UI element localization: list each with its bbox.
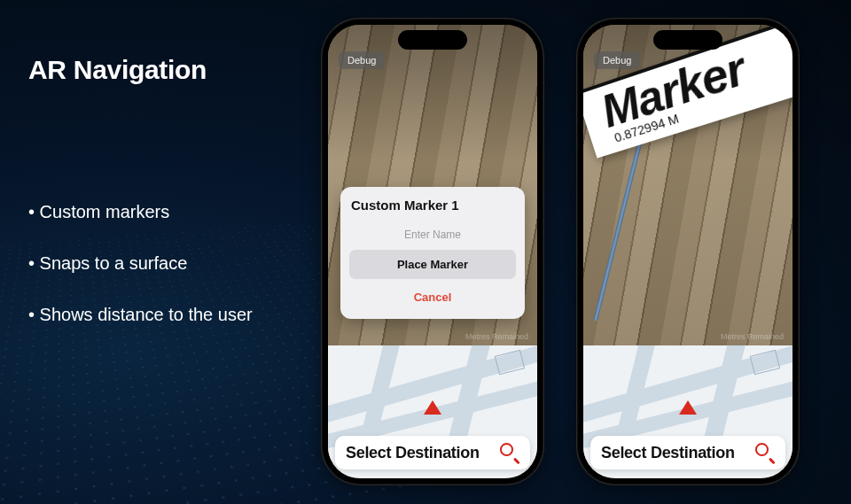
bullet-item: Custom markers [28,199,253,224]
search-icon [755,443,775,462]
select-destination-button[interactable]: Select Destination [335,436,530,469]
debug-button[interactable]: Debug [594,51,640,69]
cancel-button[interactable]: Cancel [349,284,516,310]
phone-screen: Debug Metres Remained Custom Marker 1 En… [328,25,537,478]
select-destination-button[interactable]: Select Destination [590,436,785,469]
phone-mockup-right: Debug Remove Metres Remained Marker 0.87… [576,18,800,485]
user-location-icon [679,400,697,415]
bullet-list: Custom markers Snaps to a surface Shows … [28,199,253,353]
debug-button[interactable]: Debug [339,51,385,69]
marker-name-input[interactable]: Enter Name [349,223,516,250]
bullet-item: Shows distance to the user [28,302,253,327]
select-destination-label: Select Destination [601,444,735,462]
place-marker-button[interactable]: Place Marker [349,250,516,279]
phone-mockup-left: Debug Metres Remained Custom Marker 1 En… [321,18,544,485]
watermark-text: Metres Remained [465,332,528,341]
phone-screen: Debug Remove Metres Remained Marker 0.87… [583,25,792,478]
search-icon [500,443,519,462]
minimap[interactable]: Select Destination [583,345,792,478]
dynamic-island [653,30,722,50]
slide-title: AR Navigation [28,55,207,85]
custom-marker-modal: Custom Marker 1 Enter Name Place Marker … [340,187,525,319]
minimap[interactable]: Select Destination [328,345,537,478]
bullet-item: Snaps to a surface [28,251,253,275]
dynamic-island [398,30,467,50]
select-destination-label: Select Destination [346,444,480,462]
watermark-text: Metres Remained [721,332,784,341]
user-location-icon [424,400,441,415]
modal-title: Custom Marker 1 [349,198,516,213]
